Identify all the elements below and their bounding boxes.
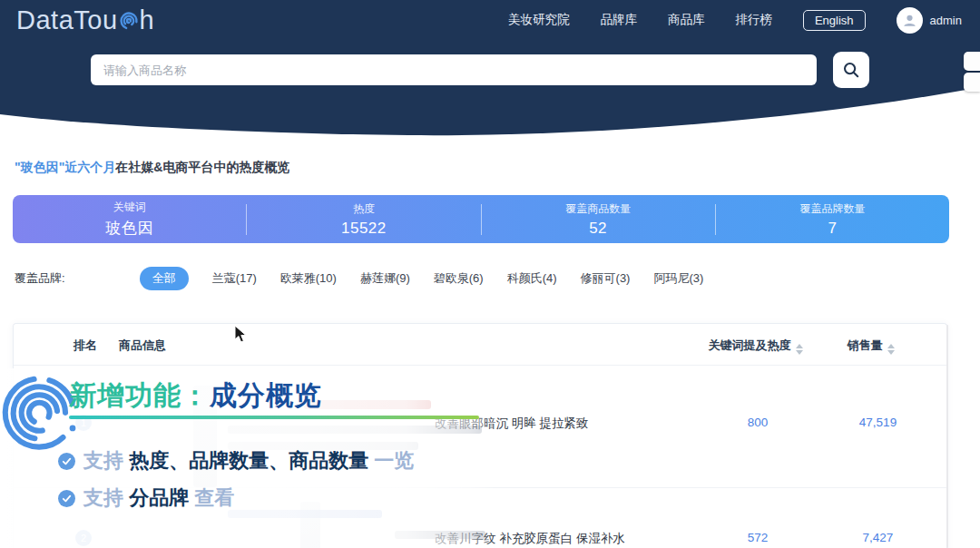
nav-item-ranking[interactable]: 排行榜 bbox=[735, 12, 772, 28]
username-label: admin bbox=[930, 14, 962, 27]
brand-filter-label: 覆盖品牌: bbox=[15, 270, 65, 287]
feature-highlight: 分品牌 bbox=[129, 486, 189, 509]
brand-filter-skinceuticals[interactable]: 修丽可(3) bbox=[581, 270, 631, 287]
logo-text-suffix: h bbox=[140, 5, 155, 35]
feature-suffix: 查看 bbox=[194, 486, 234, 509]
page-title: "玻色因"近六个月在社媒&电商平台中的热度概览 bbox=[15, 160, 289, 176]
table-scrollbar[interactable] bbox=[946, 325, 948, 548]
stats-banner: 关键词 玻色因 热度 15522 覆盖商品数量 52 覆盖品牌数量 7 bbox=[13, 195, 949, 243]
stat-label: 关键词 bbox=[113, 200, 146, 215]
stat-brand-count: 覆盖品牌数量 7 bbox=[716, 195, 949, 243]
sales-value: 7,427 bbox=[812, 531, 944, 544]
feature-prefix: 支持 bbox=[83, 449, 123, 472]
sort-sales-button[interactable] bbox=[887, 344, 895, 355]
app-logo[interactable]: DataTou h bbox=[16, 5, 154, 35]
stat-value: 15522 bbox=[341, 220, 387, 238]
promo-title-prefix: 新增功能： bbox=[69, 380, 210, 410]
user-menu[interactable]: admin bbox=[897, 7, 962, 34]
promo-banner: 新增功能：成分概览 支持 热度、品牌数量、商品数量 一览 支持 分品牌 查看 bbox=[0, 368, 495, 548]
promo-feature-item: 支持 分品牌 查看 bbox=[58, 484, 234, 512]
stat-value: 52 bbox=[589, 220, 607, 238]
stat-heat: 热度 15522 bbox=[247, 195, 480, 243]
nav-item-brand-library[interactable]: 品牌库 bbox=[600, 12, 637, 28]
column-header-sales: 销售量 bbox=[805, 338, 936, 355]
stat-product-count: 覆盖商品数量 52 bbox=[482, 195, 715, 243]
brand-filter-armani[interactable]: 阿玛尼(3) bbox=[653, 270, 703, 287]
check-circle-icon bbox=[58, 453, 75, 470]
brand-filter-lancome[interactable]: 兰蔻(17) bbox=[212, 270, 257, 287]
nav-item-beauty-research[interactable]: 美妆研究院 bbox=[508, 12, 570, 28]
column-header-rank: 排名 bbox=[74, 338, 97, 354]
table-header-row: 排名 商品信息 关键词提及热度 销售量 bbox=[14, 324, 946, 366]
stat-label: 覆盖品牌数量 bbox=[799, 201, 865, 217]
promo-underline bbox=[69, 416, 479, 419]
brand-filter-kiehls[interactable]: 科颜氏(4) bbox=[507, 270, 557, 287]
page-title-keyword: "玻色因"近六个月 bbox=[15, 160, 115, 174]
heat-value: 572 bbox=[690, 531, 826, 544]
brand-filter-loreal[interactable]: 欧莱雅(10) bbox=[280, 270, 337, 287]
main-nav: 美妆研究院 品牌库 商品库 排行榜 English admin bbox=[508, 7, 962, 34]
nav-item-product-library[interactable]: 商品库 bbox=[668, 12, 705, 28]
app-screen: DataTou h 美妆研究院 品牌库 商品库 排行榜 English bbox=[0, 0, 980, 548]
app-header: DataTou h 美妆研究院 品牌库 商品库 排行榜 English bbox=[0, 0, 980, 145]
stat-keyword: 关键词 玻色因 bbox=[13, 195, 246, 243]
language-toggle-button[interactable]: English bbox=[803, 10, 866, 31]
brand-filter-biotherm[interactable]: 碧欧泉(6) bbox=[434, 270, 484, 287]
brand-filter-row: 覆盖品牌: 全部 兰蔻(17) 欧莱雅(10) 赫莲娜(9) 碧欧泉(6) 科颜… bbox=[15, 267, 703, 290]
promo-feature-item: 支持 热度、品牌数量、商品数量 一览 bbox=[58, 447, 414, 475]
promo-title-main: 成分概览 bbox=[210, 380, 322, 410]
floating-widget-button[interactable] bbox=[964, 73, 980, 92]
heat-value: 800 bbox=[690, 416, 826, 429]
column-header-product: 商品信息 bbox=[119, 338, 166, 354]
brand-filter-all[interactable]: 全部 bbox=[140, 267, 189, 290]
floating-side-widget[interactable] bbox=[964, 52, 980, 92]
check-circle-icon bbox=[58, 490, 75, 507]
search-input[interactable] bbox=[91, 54, 817, 85]
promo-title: 新增功能：成分概览 bbox=[69, 377, 322, 415]
brand-filter-helena[interactable]: 赫莲娜(9) bbox=[360, 270, 410, 287]
logo-text-prefix: DataTou bbox=[16, 5, 118, 35]
feature-prefix: 支持 bbox=[83, 486, 123, 509]
stat-value: 7 bbox=[828, 220, 837, 238]
sort-heat-button[interactable] bbox=[796, 344, 803, 355]
stat-label: 热度 bbox=[353, 201, 375, 217]
sales-value: 47,519 bbox=[812, 416, 944, 429]
stat-label: 覆盖商品数量 bbox=[565, 201, 631, 217]
page-title-rest: 在社媒&电商平台中的热度概览 bbox=[115, 160, 289, 174]
logo-swirl-icon bbox=[119, 11, 139, 31]
stat-value: 玻色因 bbox=[105, 218, 153, 239]
search-icon bbox=[842, 61, 860, 79]
feature-suffix: 一览 bbox=[374, 449, 414, 472]
search-button[interactable] bbox=[833, 52, 869, 88]
user-avatar-icon bbox=[897, 7, 923, 34]
floating-widget-button[interactable] bbox=[964, 52, 980, 71]
feature-highlight: 热度、品牌数量、商品数量 bbox=[129, 449, 368, 472]
